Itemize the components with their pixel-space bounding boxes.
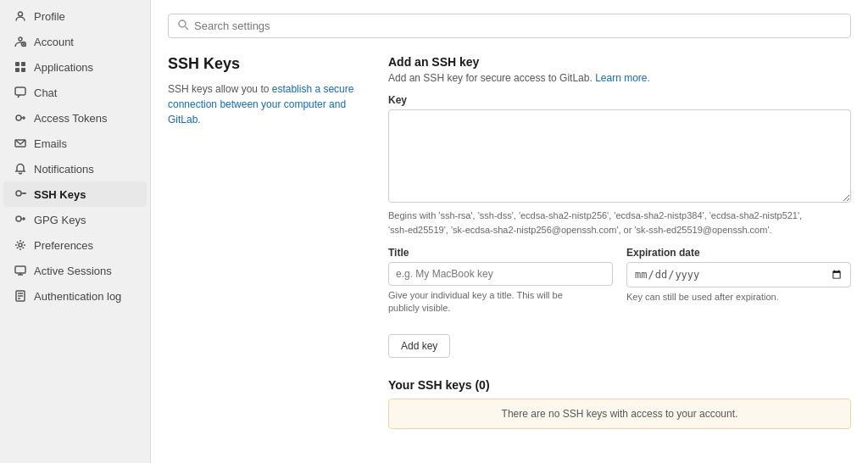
your-keys-section: Your SSH keys (0) There are no SSH keys … bbox=[388, 378, 851, 429]
title-hint: Give your individual key a title. This w… bbox=[388, 289, 613, 315]
sidebar-item-ssh-keys[interactable]: SSH Keys bbox=[3, 181, 147, 207]
no-keys-message: There are no SSH keys with access to you… bbox=[502, 408, 738, 420]
sidebar-item-access-tokens[interactable]: Access Tokens bbox=[3, 105, 147, 131]
prefs-icon bbox=[14, 238, 27, 252]
sidebar-item-chat[interactable]: Chat bbox=[3, 80, 147, 105]
sidebar-item-notifications[interactable]: Notifications bbox=[3, 156, 147, 181]
expiry-label: Expiration date bbox=[626, 247, 851, 259]
sidebar-item-notifications-label: Notifications bbox=[34, 163, 94, 176]
sidebar-item-gpg-keys-label: GPG Keys bbox=[34, 214, 86, 226]
sessions-icon bbox=[14, 264, 27, 277]
expiry-group: Expiration date Key can still be used af… bbox=[626, 247, 851, 315]
sidebar-item-active-sessions[interactable]: Active Sessions bbox=[3, 258, 147, 283]
svg-point-10 bbox=[16, 115, 21, 120]
title-label: Title bbox=[388, 247, 613, 259]
account-icon bbox=[14, 35, 27, 48]
gpgkey-icon bbox=[14, 213, 27, 226]
key-hint: Begins with 'ssh-rsa', 'ssh-dss', 'ecdsa… bbox=[388, 209, 851, 237]
form-row: Title Give your individual key a title. … bbox=[388, 247, 851, 315]
svg-rect-5 bbox=[15, 62, 19, 66]
svg-line-25 bbox=[186, 27, 189, 31]
search-bar bbox=[168, 14, 851, 38]
sidebar-item-auth-log[interactable]: Authentication log bbox=[3, 283, 147, 309]
expiry-input[interactable] bbox=[626, 262, 851, 287]
left-panel: SSH Keys SSH keys allow you to establish… bbox=[168, 55, 354, 429]
add-section-title: Add an SSH key bbox=[388, 55, 851, 69]
expiry-hint: Key can still be used after expiration. bbox=[626, 291, 851, 304]
svg-point-16 bbox=[19, 243, 22, 247]
svg-point-24 bbox=[179, 20, 186, 27]
svg-point-0 bbox=[19, 12, 23, 16]
title-group: Title Give your individual key a title. … bbox=[388, 247, 613, 315]
sidebar-item-active-sessions-label: Active Sessions bbox=[34, 265, 112, 277]
svg-rect-7 bbox=[15, 68, 19, 72]
sidebar-item-account-label: Account bbox=[34, 36, 74, 48]
key-field-label: Key bbox=[388, 94, 851, 106]
chat-icon bbox=[14, 86, 27, 99]
svg-point-1 bbox=[19, 37, 22, 41]
sidebar-item-profile-label: Profile bbox=[34, 10, 65, 23]
sidebar-item-emails-label: Emails bbox=[34, 137, 67, 150]
svg-point-15 bbox=[16, 216, 21, 221]
main-content: SSH Keys SSH keys allow you to establish… bbox=[151, 0, 868, 463]
sidebar-item-emails[interactable]: Emails bbox=[3, 131, 147, 156]
email-icon bbox=[14, 137, 27, 150]
person-icon bbox=[14, 9, 27, 23]
log-icon bbox=[14, 289, 27, 303]
key-icon bbox=[14, 187, 27, 201]
key-textarea[interactable] bbox=[388, 109, 851, 203]
add-key-button[interactable]: Add key bbox=[388, 334, 450, 358]
svg-rect-8 bbox=[21, 68, 25, 72]
sidebar-item-applications-label: Applications bbox=[34, 61, 93, 74]
sidebar-item-applications[interactable]: Applications bbox=[3, 54, 147, 80]
content-body: SSH Keys SSH keys allow you to establish… bbox=[168, 55, 851, 429]
no-keys-banner: There are no SSH keys with access to you… bbox=[388, 399, 851, 429]
page-description: SSH keys allow you to establish a secure… bbox=[168, 81, 354, 127]
title-input[interactable] bbox=[388, 262, 613, 286]
sidebar-item-auth-log-label: Authentication log bbox=[34, 290, 121, 303]
sidebar-item-chat-label: Chat bbox=[34, 86, 57, 99]
sidebar-item-preferences[interactable]: Preferences bbox=[3, 232, 147, 258]
establish-link[interactable]: establish a secure connection between yo… bbox=[168, 83, 353, 126]
right-panel: Add an SSH key Add an SSH key for secure… bbox=[388, 55, 851, 429]
bell-icon bbox=[14, 162, 27, 176]
token-icon bbox=[14, 111, 27, 125]
apps-icon bbox=[14, 60, 27, 74]
add-section-subtitle: Add an SSH key for secure access to GitL… bbox=[388, 72, 851, 84]
page-title: SSH Keys bbox=[168, 55, 354, 73]
your-keys-title: Your SSH keys (0) bbox=[388, 378, 851, 392]
sidebar: Profile Account Applications bbox=[0, 0, 151, 463]
svg-rect-6 bbox=[21, 62, 25, 66]
learn-more-link[interactable]: Learn more. bbox=[595, 72, 650, 84]
sidebar-item-gpg-keys[interactable]: GPG Keys bbox=[3, 207, 147, 232]
search-icon bbox=[177, 19, 189, 33]
search-input[interactable] bbox=[194, 20, 842, 32]
svg-point-14 bbox=[16, 191, 21, 196]
sidebar-item-ssh-keys-label: SSH Keys bbox=[34, 188, 86, 201]
sidebar-item-profile[interactable]: Profile bbox=[3, 3, 147, 29]
svg-rect-17 bbox=[15, 266, 25, 273]
svg-rect-9 bbox=[15, 87, 25, 95]
sidebar-item-access-tokens-label: Access Tokens bbox=[34, 112, 107, 125]
sidebar-item-account[interactable]: Account bbox=[3, 29, 147, 54]
subtitle-text: Add an SSH key for secure access to GitL… bbox=[388, 72, 595, 84]
sidebar-item-preferences-label: Preferences bbox=[34, 239, 93, 252]
